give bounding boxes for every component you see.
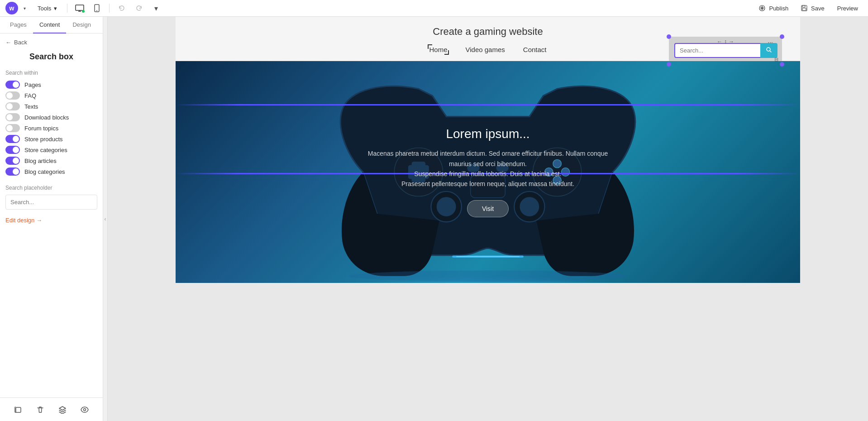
toggle-blog-articles[interactable] <box>5 157 20 165</box>
canvas-area: Create a gaming website Home Video games… <box>108 17 868 421</box>
toggle-item-store-products: Store products <box>5 135 97 143</box>
tools-menu[interactable]: Tools ▾ <box>33 3 62 14</box>
site-frame: Create a gaming website Home Video games… <box>176 17 800 283</box>
toggle-blog-categories[interactable] <box>5 167 20 176</box>
placeholder-section: Search placeholder <box>5 185 97 210</box>
resize-handle-tl[interactable] <box>667 34 671 39</box>
svg-point-8 <box>83 408 86 411</box>
top-toolbar: w ▾ Tools ▾ ▾ <box>0 0 868 17</box>
widget-arrows: ← ↕ → <box>717 38 734 45</box>
search-widget-container: ← ↕ → ··· <box>669 37 782 64</box>
toggle-item-pages: Pages <box>5 81 97 89</box>
collapse-arrow-icon: ‹ <box>105 216 106 222</box>
panel-tabs: Pages Content Design <box>0 17 103 33</box>
widget-options-btn[interactable]: ··· <box>768 38 773 46</box>
panel-content: ← Back Search box Search within Pages <box>0 33 103 397</box>
svg-rect-5 <box>802 5 805 7</box>
site-header: Create a gaming website Home Video games… <box>176 17 800 61</box>
arrow-left-btn[interactable]: ← <box>717 38 722 45</box>
site-hero: Lorem ipsum... Macenas pharetra metud in… <box>176 61 800 283</box>
hero-visit-btn[interactable]: Visit <box>467 200 509 217</box>
arrow-center-btn[interactable]: ↕ <box>724 38 727 45</box>
toggle-item-download-blocks: Download blocks <box>5 113 97 121</box>
hero-title: Lorem ipsum... <box>357 127 619 141</box>
resize-handle-br[interactable] <box>780 62 784 67</box>
layers-btn[interactable] <box>55 402 70 417</box>
publish-button[interactable]: Publish <box>754 3 793 14</box>
tab-content[interactable]: Content <box>33 17 67 33</box>
toggle-pages[interactable] <box>5 81 20 89</box>
toggle-store-categories[interactable] <box>5 146 20 154</box>
tab-pages[interactable]: Pages <box>4 17 33 33</box>
visibility-btn[interactable] <box>77 402 92 417</box>
placeholder-input[interactable] <box>5 195 97 210</box>
toggle-forum-topics[interactable] <box>5 124 20 132</box>
toggle-store-products[interactable] <box>5 135 20 143</box>
delete-btn[interactable] <box>33 402 48 417</box>
edit-design-link[interactable]: Edit design → <box>5 217 97 224</box>
main-area: Pages Content Design ← Back Search box S… <box>0 17 868 421</box>
logo-dropdown[interactable]: ▾ <box>24 6 26 11</box>
toggle-faq[interactable] <box>5 91 20 100</box>
panel-title: Search box <box>5 52 97 62</box>
toggle-list: Pages FAQ Texts <box>5 81 97 176</box>
hero-content: Lorem ipsum... Macenas pharetra metud in… <box>357 127 619 217</box>
resize-handle-bl[interactable] <box>667 62 671 67</box>
nav-item-home[interactable]: Home <box>429 46 447 53</box>
panel-collapse-handle[interactable]: ‹ <box>103 17 108 421</box>
toolbar-right: Publish Save Preview <box>754 3 863 14</box>
toggle-item-blog-categories: Blog categories <box>5 167 97 176</box>
toggle-texts[interactable] <box>5 102 20 110</box>
separator-2 <box>109 4 110 13</box>
redo-btn[interactable] <box>132 2 146 14</box>
nav-item-video-games[interactable]: Video games <box>466 46 505 53</box>
back-button[interactable]: ← Back <box>5 39 97 46</box>
undo-btn[interactable] <box>115 2 129 14</box>
search-widget-overlay: ← ↕ → ··· <box>669 37 782 64</box>
save-button[interactable]: Save <box>796 3 829 14</box>
search-box-input[interactable] <box>674 43 760 58</box>
search-within-label: Search within <box>5 70 97 76</box>
separator-1 <box>67 4 67 13</box>
panel-bottom <box>0 397 103 421</box>
tools-group: Tools ▾ <box>33 3 62 14</box>
desktop-btn-wrap <box>73 2 86 14</box>
search-input-row <box>674 43 777 58</box>
mobile-btn[interactable] <box>90 2 104 14</box>
toggle-item-faq: FAQ <box>5 91 97 100</box>
svg-rect-6 <box>802 8 806 10</box>
arrow-right-btn[interactable]: → <box>729 38 734 45</box>
toggle-item-store-categories: Store categories <box>5 146 97 154</box>
svg-point-28 <box>349 270 627 282</box>
site-title: Create a gaming website <box>194 26 782 38</box>
nav-item-contact[interactable]: Contact <box>523 46 547 53</box>
placeholder-label: Search placeholder <box>5 185 97 191</box>
duplicate-btn[interactable] <box>10 402 26 417</box>
toggle-item-forum-topics: Forum topics <box>5 124 97 132</box>
svg-rect-7 <box>16 407 21 412</box>
hero-description: Macenas pharetra metud interdum dictum. … <box>357 148 619 189</box>
tab-design[interactable]: Design <box>66 17 97 33</box>
toggle-item-texts: Texts <box>5 102 97 110</box>
more-actions-btn[interactable]: ▾ <box>149 2 163 14</box>
svg-point-2 <box>96 10 97 11</box>
left-panel: Pages Content Design ← Back Search box S… <box>0 17 103 421</box>
desktop-btn[interactable] <box>73 2 86 14</box>
preview-button[interactable]: Preview <box>833 3 863 14</box>
resize-handle-tr[interactable] <box>780 34 784 39</box>
logo-icon[interactable]: w <box>5 2 18 14</box>
toggle-item-blog-articles: Blog articles <box>5 157 97 165</box>
toggle-download-blocks[interactable] <box>5 113 20 121</box>
